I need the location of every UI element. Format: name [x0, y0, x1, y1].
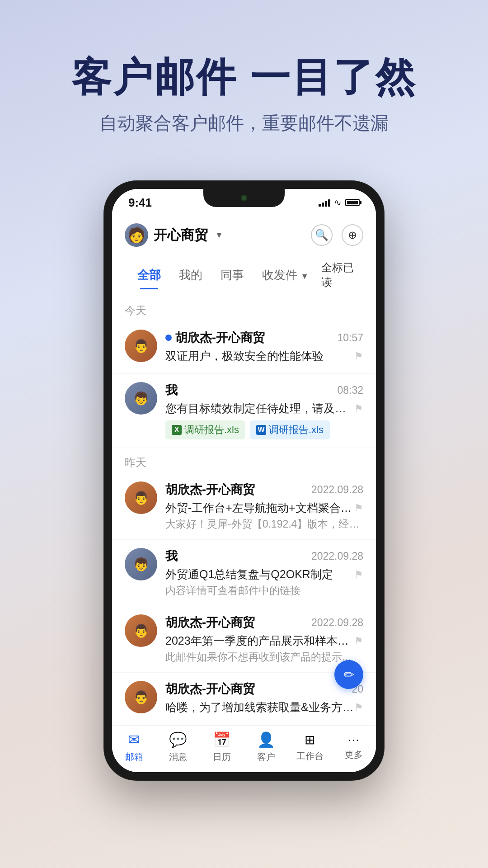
- customers-icon: 👤: [257, 731, 275, 748]
- nav-mailbox-label: 邮箱: [125, 751, 143, 763]
- mail-sender: 胡欣杰-开心商贸: [165, 614, 255, 631]
- avatar: 👨: [125, 330, 157, 362]
- mail-top-row: 胡欣杰-开心商贸 2022.09.28: [165, 481, 363, 498]
- tabs-row: 全部 我的 同事 收发件 ▼ 全标已读: [125, 254, 363, 296]
- mail-subject: 外贸-工作台+左导航拖动+文档聚合上... ⚑: [165, 500, 363, 515]
- avatar: 👨: [125, 481, 157, 514]
- status-bar: 9:41 ∿: [112, 189, 376, 216]
- mail-preview: 内容详情可查看邮件中的链接: [165, 584, 363, 598]
- nav-customers-label: 客户: [257, 751, 275, 763]
- section-yesterday: 昨天: [112, 448, 376, 473]
- nav-mailbox[interactable]: ✉ 邮箱: [116, 731, 152, 763]
- mail-top-row: 我 08:32: [165, 382, 363, 398]
- header-actions: 🔍 ⊕: [311, 224, 363, 246]
- mail-top-row: 我 2022.09.28: [165, 548, 363, 564]
- mail-sender: 胡欣杰-开心商贸: [165, 681, 255, 697]
- nav-more[interactable]: ··· 更多: [336, 733, 372, 761]
- add-icon: ⊕: [348, 229, 357, 241]
- flag-icon: ⚑: [354, 569, 363, 580]
- tab-mine[interactable]: 我的: [170, 261, 211, 289]
- mail-item[interactable]: 👨 胡欣杰-开心商贸 10:57 双证用户，极致安全的性能体验 ⚑: [112, 321, 376, 374]
- mail-item[interactable]: 👨 胡欣杰-开心商贸 2022.09.28 外贸-工作台+左导航拖动+文档聚合上…: [112, 473, 376, 540]
- mail-time: 2022.09.28: [311, 617, 363, 629]
- camera-dot: [241, 195, 247, 201]
- messages-icon: 💬: [169, 731, 187, 748]
- phone-frame: 9:41 ∿: [104, 181, 384, 780]
- compose-icon: ✏: [344, 667, 354, 682]
- nav-messages-label: 消息: [169, 751, 187, 763]
- nav-more-label: 更多: [345, 749, 363, 761]
- mail-list: 今天 👨 胡欣杰-开心商贸 10:57: [112, 296, 376, 772]
- mail-item[interactable]: 👨 胡欣杰-开心商贸 2022.09.28 2023年第一季度的产品展示和样本需…: [112, 606, 376, 673]
- tab-all[interactable]: 全部: [128, 261, 170, 289]
- unread-dot: [165, 335, 172, 341]
- mail-content: 胡欣杰-开心商贸 2022.09.28 外贸-工作台+左导航拖动+文档聚合上..…: [165, 481, 363, 531]
- avatar: 👦: [125, 548, 157, 580]
- more-icon: ···: [348, 733, 360, 746]
- phone-wrapper: 9:41 ∿: [0, 181, 488, 780]
- dropdown-arrow-icon[interactable]: ▼: [215, 231, 223, 240]
- app-header-top: 🧑 开心商贸 ▼ 🔍 ⊕: [125, 223, 363, 254]
- attachment-excel: X 调研报告.xls: [165, 420, 245, 439]
- mail-subject: 外贸通Q1总结复盘与Q2OKR制定 ⚑: [165, 567, 363, 582]
- status-time: 9:41: [128, 196, 152, 210]
- nav-workbench[interactable]: ⊞ 工作台: [292, 732, 328, 762]
- mail-time: 2022.09.28: [311, 550, 363, 562]
- nav-customers[interactable]: 👤 客户: [248, 731, 284, 763]
- signal-icon: [319, 198, 330, 207]
- mail-subject: 双证用户，极致安全的性能体验 ⚑: [165, 349, 363, 363]
- mail-subject: 您有目标绩效制定任待处理，请及时添加... ⚑: [165, 401, 363, 416]
- hero-section: 客户邮件 一目了然 自动聚合客户邮件，重要邮件不遗漏: [0, 0, 488, 172]
- tab-send-receive[interactable]: 收发件 ▼: [253, 261, 318, 289]
- notch-cutout: [203, 189, 285, 207]
- flag-icon: ⚑: [354, 350, 363, 362]
- hero-subtitle: 自动聚合客户邮件，重要邮件不遗漏: [27, 111, 461, 136]
- search-icon: 🔍: [315, 229, 328, 241]
- mail-top-row: 胡欣杰-开心商贸 20: [165, 681, 363, 697]
- nav-messages[interactable]: 💬 消息: [160, 731, 196, 763]
- bottom-nav: ✉ 邮箱 💬 消息 📅 日历 👤 客户: [112, 725, 376, 772]
- mail-preview: 大家好！灵犀-外贸【0.192.4】版本，经过...: [165, 517, 363, 531]
- nav-workbench-label: 工作台: [296, 750, 324, 762]
- nav-calendar-label: 日历: [213, 751, 231, 763]
- mail-content: 我 2022.09.28 外贸通Q1总结复盘与Q2OKR制定 ⚑ 内容详情可查看…: [165, 548, 363, 598]
- mailbox-icon: ✉: [128, 731, 140, 748]
- mail-sender: 我: [165, 548, 178, 564]
- mail-top-row: 胡欣杰-开心商贸 10:57: [165, 330, 363, 346]
- search-button[interactable]: 🔍: [311, 224, 333, 246]
- attachment-name: 调研报告.xls: [184, 423, 239, 437]
- mail-top-row: 胡欣杰-开心商贸 2022.09.28: [165, 614, 363, 631]
- mail-sender: 我: [165, 382, 178, 398]
- wifi-icon: ∿: [334, 197, 342, 208]
- compose-button[interactable]: ✏: [334, 660, 363, 689]
- mail-sender: 胡欣杰-开心商贸: [165, 330, 265, 346]
- battery-icon: [345, 199, 360, 206]
- mail-preview: 此邮件如果你不想再收到该产品的提示...: [165, 650, 363, 664]
- mail-item[interactable]: 👦 我 08:32 您有目标绩效制定任待处理，请及时添加... ⚑: [112, 374, 376, 448]
- attachment-word: W 调研报告.xls: [250, 420, 330, 439]
- status-icons: ∿: [319, 197, 360, 208]
- tab-colleagues[interactable]: 同事: [211, 261, 253, 289]
- company-name: 开心商贸: [154, 226, 208, 245]
- company-avatar: 🧑: [125, 223, 148, 247]
- calendar-icon: 📅: [213, 731, 231, 748]
- avatar: 👦: [125, 382, 157, 415]
- flag-icon: ⚑: [354, 702, 363, 713]
- mail-content: 胡欣杰-开心商贸 10:57 双证用户，极致安全的性能体验 ⚑: [165, 330, 363, 365]
- avatar: 👨: [125, 681, 157, 713]
- add-button[interactable]: ⊕: [342, 224, 363, 246]
- mail-content: 我 08:32 您有目标绩效制定任待处理，请及时添加... ⚑ X 调研报告.x…: [165, 382, 363, 439]
- mail-content: 胡欣杰-开心商贸 20 哈喽，为了增加线索获取量&业务方向的... ⚑: [165, 681, 363, 717]
- section-today: 今天: [112, 296, 376, 321]
- workbench-icon: ⊞: [305, 732, 315, 747]
- nav-calendar[interactable]: 📅 日历: [204, 731, 240, 763]
- company-info[interactable]: 🧑 开心商贸 ▼: [125, 223, 223, 247]
- mail-item[interactable]: 👦 我 2022.09.28 外贸通Q1总结复盘与Q2OKR制定 ⚑ 内容详情可…: [112, 540, 376, 606]
- mail-time: 08:32: [337, 384, 363, 396]
- mail-time: 10:57: [337, 332, 363, 344]
- mail-subject: 哈喽，为了增加线索获取量&业务方向的... ⚑: [165, 700, 363, 715]
- mark-all-read-button[interactable]: 全标已读: [318, 254, 360, 296]
- word-icon: W: [256, 425, 266, 435]
- attachment-name: 调研报告.xls: [269, 423, 324, 437]
- mail-content: 胡欣杰-开心商贸 2022.09.28 2023年第一季度的产品展示和样本需求.…: [165, 614, 363, 664]
